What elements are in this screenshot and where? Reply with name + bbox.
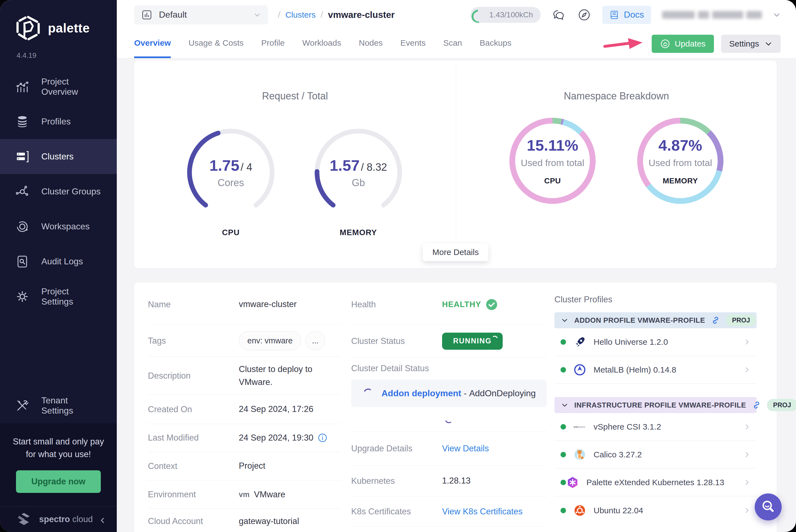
- info-icon[interactable]: [318, 433, 327, 442]
- view-k8s-certificates-link[interactable]: View K8s Certificates: [442, 507, 523, 517]
- sidebar-item-audit-logs[interactable]: Audit Logs: [0, 244, 117, 279]
- detail-row-tags: Tags env: vmware ...: [148, 325, 341, 357]
- tag-pill[interactable]: env: vmware: [239, 331, 301, 350]
- cloud-account-value: gateway-tutorial: [239, 515, 299, 528]
- profile-item-name: Palette eXtended Kubernetes 1.28.13: [586, 478, 743, 487]
- tab-overview[interactable]: Overview: [134, 30, 171, 58]
- docs-button[interactable]: Docs: [602, 6, 651, 24]
- detail-label: Description: [148, 371, 239, 381]
- sidebar-item-cluster-groups[interactable]: Cluster Groups: [0, 174, 117, 209]
- sidebar-item-profiles[interactable]: Profiles: [0, 104, 117, 139]
- running-status-text: RUNNING: [453, 337, 492, 345]
- tag-overflow-pill[interactable]: ...: [305, 331, 325, 350]
- breadcrumb-separator: /: [278, 10, 280, 20]
- promo-text-line1: Start small and only pay: [10, 435, 108, 448]
- addon-profile-header[interactable]: ADDON PROFILE VMWARE-PROFILE PROJ: [554, 312, 757, 328]
- chevron-right-icon: [743, 338, 751, 346]
- cluster-profiles-title: Cluster Profiles: [554, 283, 757, 305]
- tab-workloads[interactable]: Workloads: [302, 30, 341, 58]
- namespace-memory-caption: Used from total: [649, 157, 712, 168]
- sidebar-item-tenant-settings[interactable]: Tenant Settings: [0, 388, 117, 423]
- usage-quota-value: 1.43/100kCh: [489, 11, 533, 19]
- chevron-right-icon: [743, 451, 751, 458]
- updates-label: Updates: [675, 39, 706, 49]
- tab-nodes[interactable]: Nodes: [359, 30, 383, 58]
- detail-label: Environment: [148, 490, 239, 499]
- profile-item-hello-universe[interactable]: Hello Universe 1.2.0: [554, 328, 757, 356]
- main-area: Default / Clusters / vmware-cluster 1.43…: [117, 0, 796, 532]
- profile-item-name: MetalLB (Helm) 0.14.8: [593, 365, 743, 375]
- details-column-left: Name vmware-cluster Tags env: vmware ...…: [148, 283, 341, 532]
- project-scope-icon: [141, 10, 152, 20]
- detail-label: Cluster Detail Status: [351, 363, 547, 374]
- link-chain-icon[interactable]: [752, 401, 761, 410]
- sidebar-item-workspaces[interactable]: Workspaces: [0, 209, 117, 244]
- link-chain-icon[interactable]: [711, 316, 720, 325]
- more-details-button[interactable]: More Details: [423, 243, 488, 261]
- detail-label: Cluster Status: [351, 336, 442, 346]
- profile-item-vsphere-csi[interactable]: vmware vSphere CSI 3.1.2: [554, 413, 757, 441]
- cluster-detail-status-box: Addon deployment - AddOnDeploying: [351, 379, 547, 407]
- profile-item-metallb[interactable]: MetalLB (Helm) 0.14.8: [554, 356, 757, 384]
- infrastructure-profile-header[interactable]: INFRASTRUCTURE PROFILE VMWARE-PROFILE PR…: [554, 397, 757, 413]
- breadcrumb: / Clusters / vmware-cluster: [278, 10, 395, 20]
- tab-backups[interactable]: Backups: [480, 30, 511, 58]
- floating-search-button[interactable]: [755, 493, 782, 520]
- chat-icon[interactable]: [552, 8, 566, 22]
- footer-brand: spectro cloud: [39, 514, 93, 524]
- orbit-icon: [15, 220, 29, 233]
- detail-row-k8s-certificates: K8s Certificates View K8s Certificates: [351, 496, 547, 527]
- badge-spinner-icon: [491, 335, 499, 343]
- chevron-down-icon: [561, 317, 568, 324]
- tabs: Overview Usage & Costs Profile Workloads…: [134, 30, 511, 58]
- created-on-value: 24 Sep 2024, 17:26: [239, 403, 314, 416]
- project-selector[interactable]: Default: [134, 5, 268, 24]
- layers-icon: [15, 115, 29, 129]
- sidebar-item-clusters[interactable]: Clusters: [0, 139, 117, 174]
- upgrade-now-button[interactable]: Upgrade now: [16, 470, 101, 493]
- content-scroll-area[interactable]: Request / Total 1.75 / 4 Cores CPU: [117, 58, 796, 532]
- network-icon: [15, 185, 29, 198]
- tab-usage-costs[interactable]: Usage & Costs: [188, 30, 244, 58]
- profile-item-name: Ubuntu 22.04: [593, 506, 743, 515]
- profile-item-ubuntu[interactable]: Ubuntu 22.04: [554, 496, 757, 524]
- namespace-memory-donut: 4.87% Used from total MEMORY: [634, 115, 726, 207]
- value-separator: /: [361, 162, 364, 173]
- sidebar-item-label: Workspaces: [41, 222, 90, 232]
- breadcrumb-clusters-link[interactable]: Clusters: [285, 10, 316, 20]
- chevron-right-icon: [743, 423, 751, 431]
- user-name-redacted[interactable]: [662, 11, 762, 19]
- tab-actions: Updates Settings: [603, 30, 781, 58]
- tab-scan[interactable]: Scan: [443, 30, 462, 58]
- request-total-section: Request / Total 1.75 / 4 Cores CPU: [134, 61, 456, 268]
- namespace-cpu-donut: 15.11% Used from total CPU: [506, 115, 599, 207]
- profile-item-calico[interactable]: Calico 3.27.2: [554, 441, 757, 469]
- updates-button[interactable]: Updates: [652, 35, 714, 53]
- status-dot-green: [561, 339, 566, 345]
- user-menu-chevron-icon[interactable]: [773, 11, 781, 19]
- magnifier-smile-icon: [760, 499, 776, 515]
- profile-item-palette-extended-kubernetes[interactable]: Palette eXtended Kubernetes 1.28.13: [554, 469, 757, 496]
- tab-events[interactable]: Events: [400, 30, 425, 58]
- detail-status-state: AddOnDeploying: [469, 388, 536, 398]
- brand-row: palette: [0, 0, 117, 43]
- sidebar-item-project-settings[interactable]: Project Settings: [0, 279, 117, 314]
- namespace-breakdown-title: Namespace Breakdown: [456, 90, 777, 102]
- detail-label: Context: [148, 461, 239, 471]
- tab-profile[interactable]: Profile: [261, 30, 285, 58]
- profile-item-name: Calico 3.27.2: [593, 450, 743, 459]
- chevron-right-icon: [743, 479, 751, 486]
- sidebar-collapse-chevron[interactable]: ‹: [100, 513, 105, 526]
- status-dot-green: [561, 367, 566, 373]
- status-dot-green: [561, 508, 566, 513]
- sidebar-item-label: Clusters: [41, 151, 74, 162]
- view-details-link[interactable]: View Details: [442, 443, 489, 454]
- settings-button[interactable]: Settings: [721, 35, 781, 53]
- detail-label: Health: [351, 300, 442, 309]
- sidebar-item-label: Project Overview: [41, 77, 101, 97]
- cpu-used-value: 1.75: [209, 157, 239, 174]
- sidebar-item-project-overview[interactable]: Project Overview: [0, 69, 117, 104]
- detail-row-cloud-account: Cloud Account gateway-tutorial: [148, 509, 341, 532]
- compass-icon[interactable]: [577, 8, 591, 22]
- namespace-cpu-percent: 15.11%: [527, 136, 579, 154]
